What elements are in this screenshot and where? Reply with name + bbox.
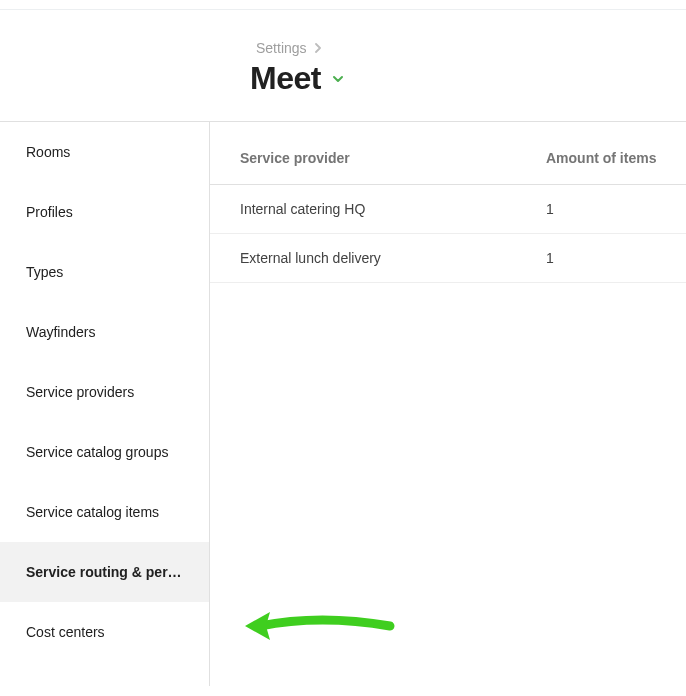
cell-amount: 1 [546,250,686,266]
sidebar-item-wayfinders[interactable]: Wayfinders [0,302,209,362]
page-title: Meet [250,60,321,97]
chevron-down-icon[interactable] [331,72,345,86]
page-title-row[interactable]: Meet [250,60,686,97]
sidebar-item-service-catalog-items[interactable]: Service catalog items [0,482,209,542]
breadcrumb-parent: Settings [256,40,307,56]
sidebar-item-rooms[interactable]: Rooms [0,122,209,182]
chevron-right-icon [313,43,323,53]
page-header: Settings Meet [0,10,686,121]
top-border [0,0,686,10]
sidebar-item-profiles[interactable]: Profiles [0,182,209,242]
table-area: Service provider Amount of items Interna… [210,122,686,686]
cell-provider: Internal catering HQ [210,201,546,217]
sidebar-item-service-routing-permissions[interactable]: Service routing & permissi… [0,542,209,602]
column-header-provider[interactable]: Service provider [210,150,546,166]
service-providers-table: Service provider Amount of items Interna… [210,122,686,283]
sidebar-item-types[interactable]: Types [0,242,209,302]
content: Rooms Profiles Types Wayfinders Service … [0,122,686,686]
sidebar: Rooms Profiles Types Wayfinders Service … [0,122,210,686]
table-row[interactable]: Internal catering HQ 1 [210,185,686,234]
sidebar-item-service-providers[interactable]: Service providers [0,362,209,422]
cell-amount: 1 [546,201,686,217]
breadcrumb[interactable]: Settings [250,40,686,56]
cell-provider: External lunch delivery [210,250,546,266]
sidebar-item-service-catalog-groups[interactable]: Service catalog groups [0,422,209,482]
sidebar-item-cost-centers[interactable]: Cost centers [0,602,209,662]
table-header: Service provider Amount of items [210,122,686,185]
column-header-amount[interactable]: Amount of items [546,150,686,166]
table-row[interactable]: External lunch delivery 1 [210,234,686,283]
